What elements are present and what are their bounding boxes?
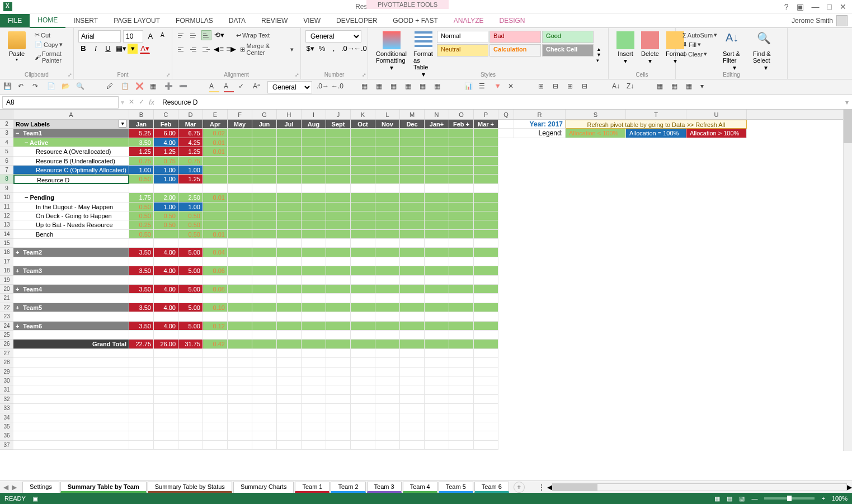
cell[interactable] [252, 376, 277, 385]
cell[interactable] [449, 230, 474, 239]
cell[interactable] [302, 202, 326, 211]
cell[interactable] [326, 166, 351, 175]
cell[interactable] [326, 303, 351, 312]
cell[interactable] [351, 385, 375, 394]
cell[interactable] [203, 395, 228, 404]
value-cell[interactable]: 0.08 [203, 285, 228, 294]
cell[interactable] [449, 129, 474, 138]
cell[interactable] [129, 184, 154, 193]
cell[interactable] [400, 349, 425, 358]
cell[interactable] [425, 431, 449, 440]
cell[interactable] [178, 331, 203, 340]
cell[interactable] [252, 276, 277, 285]
cell[interactable] [375, 211, 400, 220]
cell[interactable] [129, 422, 154, 431]
cell[interactable] [449, 441, 474, 450]
qat-icon[interactable]: 📋 [121, 82, 131, 92]
cell[interactable] [277, 257, 302, 266]
cell[interactable] [13, 431, 129, 440]
cell[interactable] [351, 395, 375, 404]
value-cell[interactable]: 0.04 [203, 248, 228, 257]
cell[interactable] [277, 441, 302, 450]
month-header[interactable]: Mar [178, 120, 203, 129]
value-cell[interactable]: 0.75 [129, 157, 154, 166]
cell[interactable] [228, 220, 252, 229]
cell[interactable] [326, 184, 351, 193]
row-header-35[interactable]: 35 [0, 422, 13, 431]
cell[interactable] [326, 175, 351, 183]
cell[interactable] [13, 404, 129, 413]
cell[interactable] [400, 441, 425, 450]
row-header-34[interactable]: 34 [0, 413, 13, 422]
cell[interactable] [203, 376, 228, 385]
cell[interactable] [203, 358, 228, 367]
cell[interactable] [203, 276, 228, 285]
cell[interactable] [498, 129, 514, 138]
qat-icon[interactable]: ▦ [686, 82, 696, 92]
tab-file[interactable]: FILE [0, 14, 30, 27]
font-name-input[interactable] [78, 30, 121, 43]
cell[interactable] [474, 395, 498, 404]
cell[interactable] [474, 322, 498, 331]
tab-data[interactable]: DATA [221, 14, 253, 27]
cell[interactable] [228, 285, 252, 294]
cell[interactable] [228, 303, 252, 312]
cell[interactable] [449, 193, 474, 202]
value-cell[interactable] [203, 157, 228, 166]
cell[interactable] [178, 294, 203, 303]
number-format-select[interactable]: General [305, 30, 361, 43]
value-cell[interactable] [203, 202, 228, 211]
value-cell[interactable]: 0.50 [129, 175, 154, 183]
team-row[interactable]: + Team3 [13, 266, 129, 275]
cell[interactable] [252, 294, 277, 303]
cell[interactable] [228, 404, 252, 413]
row-header-12[interactable]: 12 [0, 211, 13, 220]
cell[interactable] [252, 147, 277, 156]
style-good[interactable]: Good [542, 31, 594, 43]
tab-insert[interactable]: INSERT [65, 14, 106, 27]
cell[interactable] [425, 239, 449, 248]
zoom-level[interactable]: 100% [832, 495, 848, 502]
cell[interactable] [178, 395, 203, 404]
cell[interactable] [375, 404, 400, 413]
cell[interactable] [129, 312, 154, 321]
cell[interactable] [277, 138, 302, 147]
cell[interactable] [425, 230, 449, 239]
cell[interactable] [400, 266, 425, 275]
select-all-corner[interactable] [0, 110, 13, 119]
zoom-in-icon[interactable]: + [821, 495, 825, 502]
column-header-G[interactable]: G [252, 110, 277, 119]
cell[interactable] [449, 166, 474, 175]
value-cell[interactable]: 1.00 [178, 166, 203, 175]
cell[interactable] [375, 312, 400, 321]
cell[interactable] [129, 376, 154, 385]
cell[interactable] [326, 202, 351, 211]
column-header-N[interactable]: N [425, 110, 449, 119]
month-header[interactable]: Jul [277, 120, 302, 129]
cell[interactable] [375, 166, 400, 175]
row-header-30[interactable]: 30 [0, 376, 13, 385]
cell[interactable] [326, 138, 351, 147]
cell[interactable] [351, 285, 375, 294]
cell[interactable] [425, 349, 449, 358]
fill-button[interactable]: ⬇ Fill ▾ [680, 40, 719, 49]
column-header-I[interactable]: I [302, 110, 326, 119]
bold-button[interactable]: B [78, 44, 88, 54]
cell[interactable] [13, 294, 129, 303]
cell[interactable] [277, 376, 302, 385]
value-cell[interactable]: 3.50 [129, 138, 154, 147]
qat-icon[interactable]: ▦ [405, 82, 415, 92]
cell[interactable] [129, 358, 154, 367]
cell[interactable] [400, 413, 425, 422]
value-cell[interactable]: 6.00 [154, 129, 178, 138]
cell[interactable] [351, 431, 375, 440]
value-cell[interactable]: 0.50 [178, 220, 203, 229]
cell[interactable] [13, 422, 129, 431]
cell[interactable] [277, 340, 302, 348]
cell[interactable] [375, 147, 400, 156]
fill-color-button[interactable]: ▾ [128, 44, 138, 54]
tab-goodfast[interactable]: Good + Fast [385, 14, 445, 27]
cell[interactable] [449, 340, 474, 348]
cell[interactable] [351, 230, 375, 239]
cancel-formula-icon[interactable]: ✕ [129, 98, 134, 106]
